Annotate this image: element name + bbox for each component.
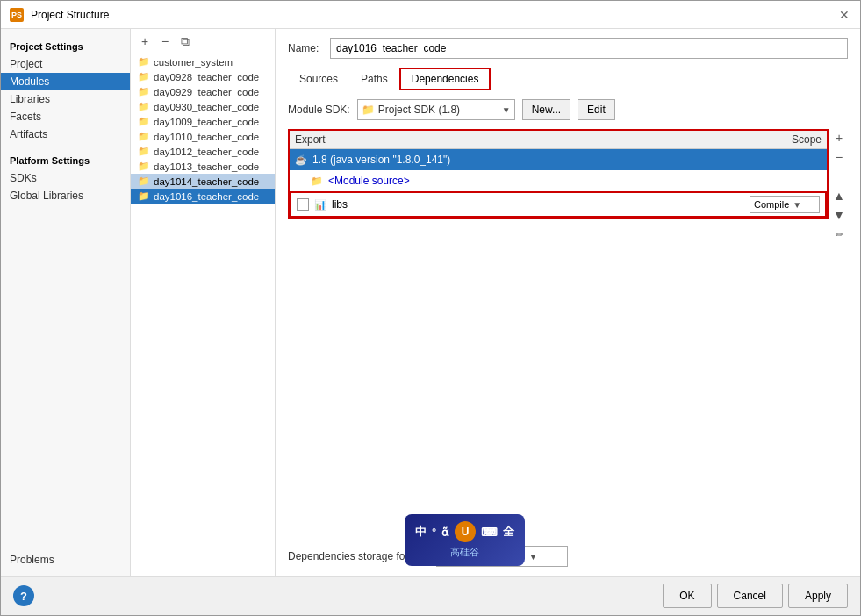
list-item[interactable]: 📁 day1009_teacher_code [131, 114, 275, 129]
libs-name: libs [332, 198, 744, 211]
close-button[interactable]: ✕ [837, 8, 851, 22]
ime-char-degree: ° [432, 526, 436, 539]
sidebar-item-project[interactable]: Project [1, 55, 130, 73]
move-up-button[interactable]: ▲ [830, 187, 848, 204]
name-input[interactable] [330, 38, 848, 59]
dependencies-table: Export Scope ☕ 1.8 (java version "1.8.0_… [288, 129, 829, 219]
sdk-select[interactable]: 📁 Project SDK (1.8) ▼ [357, 99, 515, 120]
sidebar-item-modules[interactable]: Modules [1, 73, 130, 90]
list-item[interactable]: 📁 day1012_teacher_code [131, 144, 275, 159]
platform-settings-label: Platform Settings [1, 150, 130, 169]
folder-icon: 📁 [138, 116, 150, 127]
sdk-dropdown-arrow: ▼ [502, 105, 511, 115]
project-settings-label: Project Settings [1, 36, 130, 55]
export-header: Export [295, 133, 734, 146]
sdk-value: Project SDK (1.8) [378, 104, 499, 116]
dep-row-module-source[interactable]: 📁 <Module source> [290, 170, 827, 191]
sidebar-item-global-libraries[interactable]: Global Libraries [1, 187, 130, 204]
tab-dependencies[interactable]: Dependencies [399, 68, 491, 90]
sidebar-item-problems[interactable]: Problems [1, 551, 130, 569]
file-list-panel: + − ⧉ 📁 customer_system 📁 day0928_teache… [131, 29, 276, 576]
bottom-toolbar: ? OK Cancel Apply [1, 576, 860, 615]
folder-icon: 📁 [138, 175, 150, 187]
folder-icon-selected: 📁 [138, 190, 150, 202]
sidebar-item-artifacts[interactable]: Artifacts [1, 125, 130, 143]
add-dep-button[interactable]: + [830, 129, 848, 147]
folder-icon: 📁 [138, 71, 150, 82]
dep-row-libs[interactable]: 📊 libs Compile ▼ [290, 191, 827, 218]
list-item-selected[interactable]: 📁 day1016_teacher_code [131, 189, 275, 204]
edit-dep-button[interactable]: ✏ [830, 226, 848, 243]
libs-scope-value: Compile [754, 199, 789, 210]
folder-icon: 📁 [138, 56, 150, 68]
app-icon: PS [10, 8, 24, 22]
tab-paths[interactable]: Paths [349, 68, 399, 90]
list-item[interactable]: 📁 day1014_teacher_code [131, 174, 275, 189]
scope-dropdown-arrow: ▼ [793, 200, 815, 210]
ok-button[interactable]: OK [663, 584, 711, 608]
table-side-buttons: + − ▲ ▼ ✏ [830, 129, 848, 243]
name-label: Name: [288, 42, 323, 54]
ime-char-quan: 全 [503, 524, 514, 540]
move-down-button[interactable]: ▼ [830, 206, 848, 224]
titlebar: PS Project Structure ✕ [1, 1, 860, 29]
ime-char-keyboard: ⌨ [481, 526, 498, 539]
dependencies-table-wrapper: Export Scope ☕ 1.8 (java version "1.8.0_… [288, 129, 848, 537]
module-source-icon: 📁 [311, 175, 323, 187]
list-item[interactable]: 📁 day0928_teacher_code [131, 69, 275, 84]
jdk-icon: ☕ [295, 154, 307, 166]
libs-checkbox[interactable] [297, 198, 309, 211]
ime-row1: 中 ° ᾶ U ⌨ 全 [415, 521, 514, 542]
remove-module-button[interactable]: − [156, 32, 174, 50]
libs-scope-dropdown[interactable]: Compile ▼ [750, 196, 820, 213]
storage-dropdown-arrow: ▼ [528, 552, 537, 562]
file-list: 📁 customer_system 📁 day0928_teacher_code… [131, 54, 275, 576]
ime-row2: 高硅谷 [450, 546, 479, 559]
folder-icon: 📁 [138, 161, 150, 172]
tab-sources[interactable]: Sources [288, 68, 349, 90]
apply-button[interactable]: Apply [788, 584, 848, 608]
module-source-name: <Module source> [328, 175, 822, 187]
list-item[interactable]: 📁 customer_system [131, 54, 275, 69]
module-sdk-row: Module SDK: 📁 Project SDK (1.8) ▼ New...… [288, 99, 848, 120]
main-panel: Name: Sources Paths Dependencies Module … [276, 29, 860, 576]
module-sdk-label: Module SDK: [288, 104, 350, 116]
list-item[interactable]: 📁 day0929_teacher_code [131, 84, 275, 99]
sidebar-item-libraries[interactable]: Libraries [1, 90, 130, 108]
dep-table-header: Export Scope [290, 131, 827, 149]
help-button[interactable]: ? [13, 585, 34, 606]
folder-icon: 📁 [138, 131, 150, 142]
ime-brand-icon: U [455, 521, 476, 542]
tabs-row: Sources Paths Dependencies [288, 68, 848, 90]
list-item[interactable]: 📁 day1010_teacher_code [131, 129, 275, 144]
cancel-button[interactable]: Cancel [717, 584, 783, 608]
ime-char-accent: ᾶ [441, 526, 449, 539]
ime-char-zhong: 中 [415, 524, 427, 540]
sidebar: Project Settings Project Modules Librari… [1, 29, 131, 576]
sdk-folder-icon: 📁 [362, 104, 375, 116]
libs-icon: 📊 [314, 199, 326, 211]
list-item[interactable]: 📁 day0930_teacher_code [131, 99, 275, 114]
ime-popup: 中 ° ᾶ U ⌨ 全 高硅谷 [405, 514, 525, 566]
folder-icon: 📁 [138, 101, 150, 112]
window-title: Project Structure [31, 9, 109, 21]
sidebar-item-sdks[interactable]: SDKs [1, 169, 130, 187]
file-list-toolbar: + − ⧉ [131, 29, 275, 54]
folder-icon: 📁 [138, 86, 150, 97]
scope-header: Scope [734, 133, 822, 146]
dep-row-jdk[interactable]: ☕ 1.8 (java version "1.8.0_141") [290, 149, 827, 170]
add-module-button[interactable]: + [136, 32, 154, 50]
sidebar-item-facets[interactable]: Facets [1, 108, 130, 125]
storage-format-row: Dependencies storage format: IntelliJ ID… [288, 546, 848, 567]
folder-icon: 📁 [138, 146, 150, 157]
ime-brand-text: 高硅谷 [450, 546, 479, 559]
list-item[interactable]: 📁 day1013_teacher_code [131, 159, 275, 174]
edit-sdk-button[interactable]: Edit [578, 99, 615, 120]
new-sdk-button[interactable]: New... [522, 99, 570, 120]
copy-module-button[interactable]: ⧉ [176, 32, 194, 50]
name-row: Name: [288, 38, 848, 59]
remove-dep-button[interactable]: − [830, 148, 848, 166]
jdk-name: 1.8 (java version "1.8.0_141") [312, 154, 822, 166]
